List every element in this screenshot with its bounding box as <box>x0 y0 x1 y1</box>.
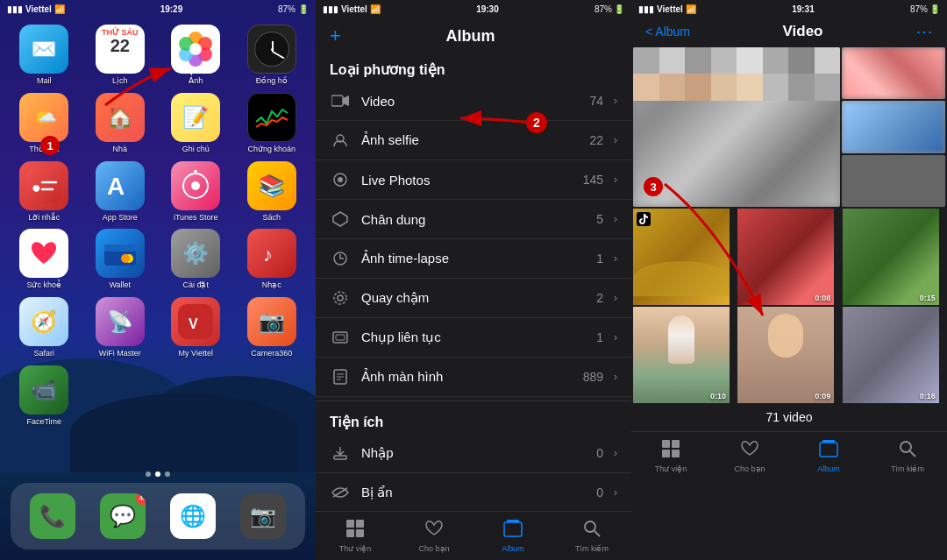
app-clock[interactable]: Đồng hồ <box>239 25 306 86</box>
app-photos[interactable]: Ảnh <box>162 25 230 86</box>
album-import[interactable]: Nhập 0 › <box>316 434 631 473</box>
video-row-1: 0:08 0:15 <box>631 207 947 305</box>
import-label: Nhập <box>361 445 586 461</box>
app-facetime[interactable]: 📹 FaceTime <box>11 365 78 427</box>
app-mail[interactable]: ✉️ Mail <box>11 25 78 86</box>
add-album-button[interactable]: + <box>330 25 341 47</box>
tab-library-label: Thư viện <box>339 544 372 553</box>
svg-point-13 <box>191 181 200 190</box>
album-portrait[interactable]: Chân dung 5 › <box>316 200 631 239</box>
screenshot-label: Ảnh màn hình <box>361 369 573 385</box>
app-wallet[interactable]: Wallet <box>87 229 154 290</box>
app-grid: ✉️ Mail THỨ SÁU 22 Lịch <box>0 18 316 434</box>
svg-marker-24 <box>343 96 349 106</box>
tab-search[interactable]: Tìm kiếm <box>552 519 631 553</box>
video-thumb-3[interactable]: 0:15 <box>843 209 939 305</box>
album-slowmo[interactable]: Quay chậm 2 › <box>316 279 631 318</box>
annotation-3: 3 <box>644 177 663 196</box>
app-reminders[interactable]: ● Lời nhắc <box>11 161 78 223</box>
hidden-label: Bị ẩn <box>361 485 586 500</box>
thumb-duration-6: 0:16 <box>920 392 936 401</box>
time-1: 19:29 <box>160 4 183 14</box>
video-tabs: Thư viện Cho bạn Album Tìm kiếm <box>631 431 947 480</box>
dock-messages[interactable]: 💬 49 <box>100 493 146 539</box>
svg-point-18 <box>121 254 130 263</box>
video-nav: < Album Video ⋯ <box>631 18 947 47</box>
app-home[interactable]: 🏠 Nhà <box>87 93 154 154</box>
video-total-count: 71 video <box>631 403 947 431</box>
album-icon-3 <box>819 439 838 463</box>
video-thumb-2[interactable]: 0:08 <box>737 209 834 305</box>
svg-rect-43 <box>346 529 354 537</box>
app-notes[interactable]: 📝 Ghi chú <box>162 93 230 154</box>
tab-search-label-3: Tìm kiếm <box>891 464 924 473</box>
svg-rect-23 <box>331 96 343 106</box>
slowmo-label: Quay chậm <box>361 290 586 306</box>
tab-library[interactable]: Thư viện <box>316 519 395 553</box>
video-row-2: 0:10 0:09 0:16 <box>631 305 947 403</box>
annotation-1: 1 <box>40 136 60 155</box>
mosaic-thumb-tr[interactable] <box>842 47 945 99</box>
panel-homescreen: ▮▮▮ Viettel 📶 19:29 87% 🔋 ✉️ Mail THỨ SÁ… <box>0 0 316 560</box>
dock-chrome[interactable]: 🌐 <box>170 493 216 539</box>
app-camera360[interactable]: 📷 Camera360 <box>239 297 306 358</box>
tab-album[interactable]: Album <box>474 519 552 553</box>
svg-rect-46 <box>507 520 519 522</box>
tab-search-3[interactable]: Tìm kiếm <box>868 439 947 473</box>
album-hidden[interactable]: Bị ẩn 0 › <box>316 473 631 511</box>
app-health[interactable]: Sức khoẻ <box>11 229 78 290</box>
tab-library-label-3: Thư viện <box>655 464 687 473</box>
album-video[interactable]: Video 74 › <box>316 82 631 121</box>
slowmo-count: 2 <box>596 291 603 305</box>
timelapse-count: 1 <box>596 252 603 266</box>
app-wifimaster[interactable]: 📡 WiFi Master <box>87 297 154 358</box>
app-viettel[interactable]: V My Viettel <box>162 297 230 358</box>
selfie-icon <box>330 130 351 151</box>
app-books[interactable]: 📚 Sách <box>239 161 306 223</box>
screenshot-count: 889 <box>583 370 603 384</box>
carrier-2: ▮▮▮ Viettel 📶 <box>323 4 381 14</box>
app-appstore[interactable]: A App Store <box>87 161 154 223</box>
tab-foryou[interactable]: Cho bạn <box>395 519 474 553</box>
tab-foryou-3[interactable]: Cho bạn <box>710 439 789 473</box>
tab-library-3[interactable]: Thư viện <box>631 439 710 473</box>
app-calendar[interactable]: THỨ SÁU 22 Lịch <box>87 25 154 86</box>
svg-line-57 <box>910 451 915 457</box>
video-thumb-1[interactable] <box>633 209 730 305</box>
album-burst[interactable]: Chụp liên tục 1 › <box>316 318 631 358</box>
dock-phone[interactable]: 📞 <box>30 493 75 539</box>
mosaic-thumb-br[interactable] <box>842 155 945 207</box>
app-stocks[interactable]: Chứng khoán <box>239 93 306 154</box>
mosaic-thumb-large[interactable] <box>633 47 840 207</box>
burst-count: 1 <box>596 330 603 344</box>
video-thumb-4[interactable]: 0:10 <box>633 307 730 403</box>
tab-album-3[interactable]: Album <box>789 439 868 473</box>
app-safari[interactable]: 🧭 Safari <box>11 297 78 358</box>
video-icon <box>330 90 351 111</box>
album-live[interactable]: Live Photos 145 › <box>316 160 631 200</box>
app-music[interactable]: ♪ Nhạc <box>239 229 306 290</box>
dock-camera[interactable]: 📷 <box>240 493 286 539</box>
time-3: 19:31 <box>792 4 815 14</box>
dock: 📞 💬 49 🌐 📷 <box>11 483 305 549</box>
svg-rect-54 <box>820 443 837 457</box>
dot-2 <box>155 471 160 477</box>
carrier-3: ▮▮▮ Viettel 📶 <box>638 4 696 14</box>
import-icon <box>330 443 351 464</box>
album-screenshot[interactable]: Ảnh màn hình 889 › <box>316 358 631 397</box>
album-icon <box>503 519 523 542</box>
more-button[interactable]: ⋯ <box>915 21 933 42</box>
album-selfie[interactable]: Ảnh selfie 22 › <box>316 121 631 160</box>
album-timelapse[interactable]: Ảnh time-lapse 1 › <box>316 239 631 279</box>
portrait-count: 5 <box>596 212 603 226</box>
svg-text:A: A <box>107 173 125 200</box>
video-thumb-6[interactable]: 0:16 <box>843 307 939 403</box>
app-itunes[interactable]: iTunes Store <box>162 161 230 223</box>
video-thumb-5[interactable]: 0:09 <box>737 307 834 403</box>
search-icon-3 <box>898 439 917 463</box>
back-button[interactable]: < Album <box>645 25 690 39</box>
app-settings[interactable]: ⚙️ Cài đặt <box>162 229 230 290</box>
svg-rect-16 <box>104 245 136 252</box>
thumb-duration-4: 0:10 <box>710 392 726 401</box>
mosaic-thumb-mr[interactable] <box>842 101 945 152</box>
